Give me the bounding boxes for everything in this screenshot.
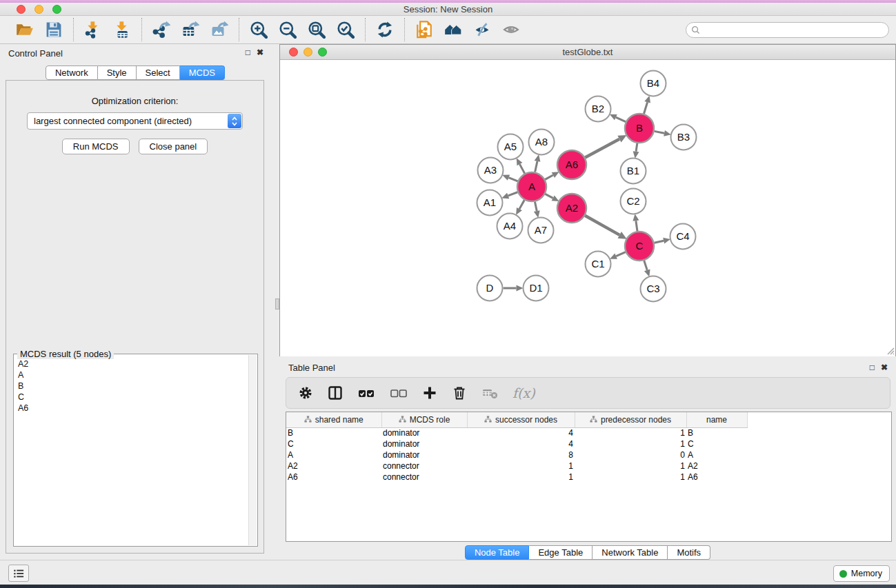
zoom-in-icon[interactable] (248, 19, 270, 41)
resize-grip-icon[interactable] (885, 345, 895, 355)
edge-A-A1[interactable] (508, 192, 518, 196)
float-panel-icon[interactable]: □ (246, 48, 250, 57)
tab-mcds[interactable]: MCDS (180, 65, 225, 80)
table-cell[interactable]: dominator (381, 438, 467, 449)
mcds-result-item[interactable]: A6 (14, 403, 248, 414)
table-cell[interactable]: 8 (467, 449, 575, 460)
network-zoom-traffic-light[interactable] (318, 48, 327, 57)
mcds-result-item[interactable]: C (14, 392, 248, 403)
graph-node-A7[interactable]: A7 (528, 218, 554, 243)
edge-A6-B[interactable] (585, 139, 619, 158)
table-row[interactable]: Adominator80A (286, 449, 747, 460)
edge-A-A3[interactable] (508, 178, 517, 181)
table-row[interactable]: Bdominator41B (286, 427, 747, 438)
table-cell[interactable]: 1 (467, 472, 575, 483)
zoom-out-icon[interactable] (277, 19, 299, 41)
tab-node-table[interactable]: Node Table (465, 545, 530, 560)
close-panel-button[interactable]: Close panel (139, 139, 208, 154)
edge-B-B2[interactable] (616, 117, 626, 122)
column-layout-icon[interactable] (328, 383, 343, 403)
settings-gear-icon[interactable] (298, 383, 313, 403)
graph-node-C4[interactable]: C4 (670, 224, 696, 250)
table-cell[interactable]: 1 (467, 460, 575, 472)
float-table-panel-icon[interactable]: □ (870, 363, 875, 372)
table-cell[interactable]: 1 (575, 460, 686, 472)
table-cell[interactable]: A (286, 449, 381, 460)
graph-node-B2[interactable]: B2 (586, 97, 611, 122)
edge-A2-C[interactable] (585, 216, 619, 235)
mcds-result-scrollbar[interactable] (248, 355, 257, 545)
add-column-icon[interactable] (422, 383, 437, 403)
edge-C-C4[interactable] (654, 241, 664, 243)
network-minimize-traffic-light[interactable] (303, 48, 312, 57)
network-canvas[interactable]: B4B2BB3B1A5A8A6A3AA1A2A4A7C2CC4C1C3DD1 (280, 61, 895, 356)
table-cell[interactable]: C (686, 438, 747, 449)
eye-slash-icon[interactable] (471, 19, 493, 41)
search-box[interactable] (686, 22, 889, 38)
tab-network[interactable]: Network (46, 65, 98, 80)
table-cell[interactable]: A6 (686, 472, 747, 483)
column-header-name[interactable]: name (686, 412, 747, 427)
eye-icon[interactable] (500, 19, 522, 41)
table-cell[interactable]: A (686, 449, 747, 460)
table-cell[interactable]: C (286, 438, 381, 449)
table-row[interactable]: A2connector11A2 (286, 460, 747, 472)
table-cell[interactable]: dominator (381, 427, 467, 438)
graph-node-A6[interactable]: A6 (557, 150, 586, 179)
criterion-select[interactable]: largest connected component (directed) (27, 112, 243, 130)
graph-node-B1[interactable]: B1 (621, 159, 646, 184)
graph-node-A1[interactable]: A1 (477, 190, 503, 216)
network-close-traffic-light[interactable] (289, 48, 298, 57)
graph-node-C[interactable]: C (625, 232, 654, 261)
close-traffic-light[interactable] (17, 5, 26, 14)
graph-node-A5[interactable]: A5 (498, 134, 524, 160)
table-row[interactable]: A6connector11A6 (286, 472, 747, 483)
tab-edge-table[interactable]: Edge Table (529, 545, 593, 560)
memory-button[interactable]: Memory (833, 565, 890, 582)
zoom-traffic-light[interactable] (52, 5, 61, 14)
zoom-fit-icon[interactable] (306, 19, 328, 41)
search-input[interactable] (700, 25, 888, 34)
duplicate-network-icon[interactable] (413, 19, 435, 41)
save-session-icon[interactable] (43, 19, 65, 41)
edge-C-C2[interactable] (636, 221, 637, 231)
table-cell[interactable]: 1 (575, 472, 686, 483)
graph-node-A8[interactable]: A8 (529, 130, 555, 155)
edge-A-A4[interactable] (519, 200, 524, 209)
table-row[interactable]: Cdominator41C (286, 438, 747, 449)
export-network-icon[interactable] (150, 19, 172, 41)
graph-node-C2[interactable]: C2 (621, 189, 646, 214)
minimize-traffic-light[interactable] (34, 5, 43, 14)
tab-network-table[interactable]: Network Table (593, 545, 668, 560)
edge-B-B4[interactable] (644, 102, 647, 114)
table-cell[interactable]: connector (381, 460, 467, 472)
column-header-successor-nodes[interactable]: successor nodes (467, 412, 575, 427)
table-cell[interactable]: 0 (575, 449, 686, 460)
graph-node-C3[interactable]: C3 (641, 276, 666, 302)
refresh-network-icon[interactable] (374, 19, 396, 41)
edge-A-A8[interactable] (535, 161, 537, 172)
graph-node-B3[interactable]: B3 (671, 125, 697, 150)
run-mcds-button[interactable]: Run MCDS (62, 139, 130, 154)
open-session-icon[interactable] (14, 19, 36, 41)
table-cell[interactable]: A6 (286, 472, 381, 483)
graph-node-A3[interactable]: A3 (478, 158, 504, 183)
graph-node-A[interactable]: A (517, 172, 546, 201)
edge-C-C3[interactable] (644, 261, 647, 270)
table-cell[interactable]: B (686, 427, 747, 438)
zoom-selected-icon[interactable] (335, 19, 357, 41)
mcds-result-item[interactable]: B (14, 381, 248, 392)
unselect-all-columns-icon[interactable] (390, 383, 408, 403)
close-panel-icon[interactable]: ✖ (257, 48, 263, 57)
graph-node-B4[interactable]: B4 (641, 71, 666, 97)
edge-C-C1[interactable] (616, 252, 626, 256)
edge-A-A6[interactable] (545, 175, 553, 179)
mcds-result-item[interactable]: A2 (14, 358, 248, 369)
splitter-handle[interactable] (275, 298, 279, 310)
graph-node-D1[interactable]: D1 (524, 276, 549, 301)
graph-node-B[interactable]: B (625, 114, 654, 143)
table-cell[interactable]: connector (381, 472, 467, 483)
edge-B-B3[interactable] (655, 131, 665, 133)
graph-node-D[interactable]: D (477, 276, 503, 301)
import-table-icon[interactable] (111, 19, 133, 41)
